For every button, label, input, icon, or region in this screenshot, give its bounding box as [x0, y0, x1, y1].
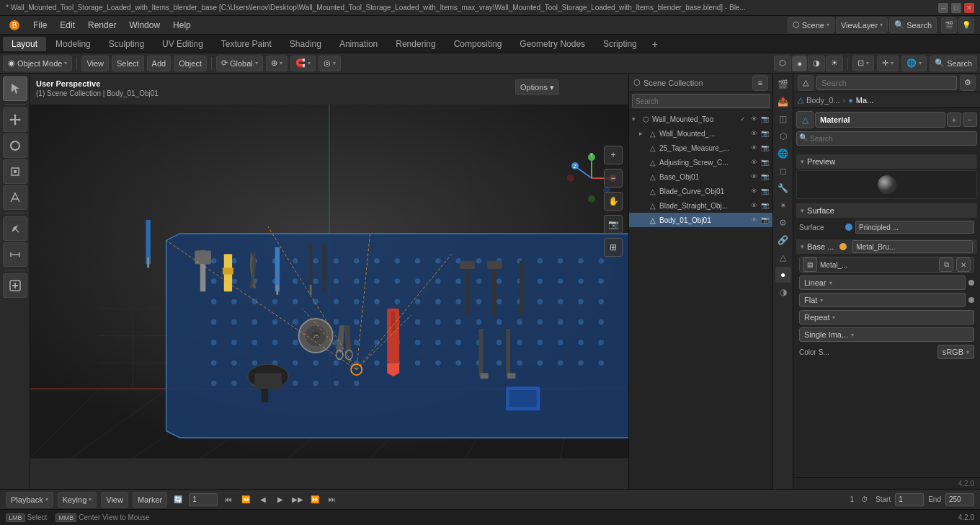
props-object-data-icon[interactable]: △: [775, 250, 791, 265]
end-field[interactable]: [945, 493, 974, 506]
tab-layout[interactable]: Layout: [3, 37, 46, 51]
tab-shading[interactable]: Shading: [281, 37, 330, 51]
base-dot[interactable]: [839, 243, 847, 250]
metal-browse-btn[interactable]: ▤: [803, 257, 817, 272]
mode-selector[interactable]: ◉ Object Mode ▾: [3, 56, 72, 71]
transform-orientation[interactable]: ⟳ Global ▾: [216, 56, 263, 71]
viewlayer-selector[interactable]: ViewLayer ▾: [836, 17, 888, 33]
tab-scripting[interactable]: Scripting: [594, 37, 646, 51]
props-output-icon[interactable]: 📤: [775, 94, 791, 110]
marker-btn[interactable]: Marker: [133, 492, 167, 508]
linear-dropdown[interactable]: Linear ▾: [799, 275, 966, 290]
menu-help[interactable]: Help: [167, 19, 197, 32]
scale-tool-btn[interactable]: [3, 159, 27, 184]
props-physics-icon[interactable]: ⚙: [775, 215, 791, 231]
bc-body[interactable]: Body_0...: [806, 96, 839, 105]
vis-icon6[interactable]: 👁: [749, 200, 759, 211]
menu-blender[interactable]: B: [3, 18, 26, 32]
outliner-search-input[interactable]: [632, 94, 770, 108]
vis-icon2[interactable]: 👁: [749, 143, 759, 153]
base-value[interactable]: Metal_Bru...: [852, 240, 973, 253]
wireframe-btn[interactable]: ⬡: [774, 56, 791, 71]
next-keyframe-btn[interactable]: ⏩: [308, 493, 321, 506]
select-menu[interactable]: Select: [112, 56, 144, 71]
props-mode-btn[interactable]: △: [798, 75, 814, 91]
tab-modeling[interactable]: Modeling: [47, 37, 99, 51]
props-world-icon[interactable]: 🌐: [775, 146, 791, 162]
tab-uv-editing[interactable]: UV Editing: [153, 37, 212, 51]
mat-remove-btn[interactable]: −: [963, 112, 977, 127]
restrict-render-icon[interactable]: 📷: [760, 114, 770, 124]
play-btn[interactable]: ▶: [274, 493, 287, 506]
maximize-button[interactable]: □: [951, 3, 961, 13]
solid-btn[interactable]: ●: [792, 56, 807, 71]
render-icon5[interactable]: 📷: [760, 186, 770, 196]
move-tool-btn[interactable]: [3, 107, 27, 132]
props-shader-data-icon[interactable]: ◑: [775, 284, 791, 300]
menu-edit[interactable]: Edit: [54, 19, 81, 32]
tab-sculpting[interactable]: Sculpting: [100, 37, 153, 51]
tree-item[interactable]: △ Blade_Straight_Obj... 👁 📷: [629, 198, 772, 213]
menu-file[interactable]: File: [27, 19, 53, 32]
add-menu[interactable]: Add: [147, 56, 172, 71]
props-settings-btn[interactable]: ⚙: [960, 75, 976, 91]
zoom-out-btn[interactable]: −: [604, 169, 623, 188]
props-scene-render-icon[interactable]: 🎬: [775, 76, 791, 92]
render-icon4[interactable]: 📷: [760, 172, 770, 182]
minimize-button[interactable]: ─: [938, 3, 948, 13]
viewport-shading-btn[interactable]: 🌐 ▾: [901, 56, 927, 71]
add-workspace-button[interactable]: +: [646, 36, 664, 52]
material-btn[interactable]: ◑: [808, 56, 825, 71]
rendered-btn[interactable]: ☀: [826, 56, 843, 71]
hand-btn[interactable]: ✋: [604, 192, 623, 211]
render-icon[interactable]: 📷: [760, 128, 770, 138]
transform-tool-btn[interactable]: [3, 185, 27, 210]
metal-unlink-btn[interactable]: ✕: [956, 257, 971, 272]
props-search-input[interactable]: [816, 76, 957, 90]
vis-icon7[interactable]: 👁: [749, 215, 759, 225]
tree-item-selected[interactable]: △ Body_01_Obj01 👁 📷: [629, 213, 772, 227]
tab-animation[interactable]: Animation: [331, 37, 386, 51]
viewport-overlays-btn[interactable]: ⊡ ▾: [852, 56, 874, 71]
sync-btn[interactable]: 🔄: [172, 493, 184, 506]
annotate-tool-btn[interactable]: [3, 216, 27, 241]
play-back-btn[interactable]: ◀: [257, 493, 270, 506]
measure-tool-btn[interactable]: [3, 242, 27, 267]
header-search-btn[interactable]: 🔍 Search: [930, 56, 977, 71]
start-field[interactable]: [895, 493, 924, 506]
object-menu[interactable]: Object: [174, 56, 207, 71]
play-fwd-btn[interactable]: ▶▶: [291, 493, 304, 506]
menu-window[interactable]: Window: [123, 19, 166, 32]
render-icon7[interactable]: 📷: [760, 215, 770, 225]
skip-end-btn[interactable]: ⏭: [326, 493, 339, 506]
color-s-dropdown[interactable]: sRGB ▾: [937, 345, 974, 359]
render-engine2-btn[interactable]: 💡: [958, 17, 974, 33]
restrict-select-icon[interactable]: ✓: [738, 114, 748, 124]
tree-item[interactable]: △ 25_Tape_Measure_... 👁 📷: [629, 141, 772, 155]
view-menu[interactable]: View: [81, 56, 109, 71]
grid-btn[interactable]: ⊞: [604, 238, 623, 257]
viewport[interactable]: User Perspective (1) Scene Collection | …: [30, 74, 628, 489]
select-tool-btn[interactable]: [3, 76, 27, 101]
props-modifier-icon[interactable]: 🔧: [775, 180, 791, 196]
proportional-toggle[interactable]: ◎ ▾: [318, 56, 341, 71]
tab-compositing[interactable]: Compositing: [445, 37, 511, 51]
zoom-in-btn[interactable]: +: [604, 146, 623, 164]
tab-texture-paint[interactable]: Texture Paint: [213, 37, 280, 51]
tree-item[interactable]: ▸ △ Wall_Mounted_... 👁 📷: [629, 126, 772, 141]
props-constraints-icon[interactable]: 🔗: [775, 232, 791, 248]
tree-item[interactable]: △ Adjusting_Screw_C... 👁 📷: [629, 155, 772, 169]
flat-dropdown[interactable]: Flat ▾: [799, 293, 966, 307]
rotate-tool-btn[interactable]: [3, 133, 27, 158]
tree-item[interactable]: ▾ ⬡ Wall_Mounted_Too ✓ 👁 📷: [629, 112, 772, 126]
add-object-btn[interactable]: [3, 273, 27, 298]
viewport-options-btn[interactable]: Options ▾: [515, 79, 559, 95]
render-icon6[interactable]: 📷: [760, 200, 770, 211]
linear-dot[interactable]: [968, 280, 974, 286]
props-material-search[interactable]: [796, 131, 977, 146]
props-material-icon[interactable]: ●: [775, 267, 791, 283]
menu-render[interactable]: Render: [82, 19, 122, 32]
close-button[interactable]: ✕: [964, 3, 974, 13]
surface-value[interactable]: Principled ...: [855, 221, 974, 234]
frame-field[interactable]: [189, 493, 218, 506]
